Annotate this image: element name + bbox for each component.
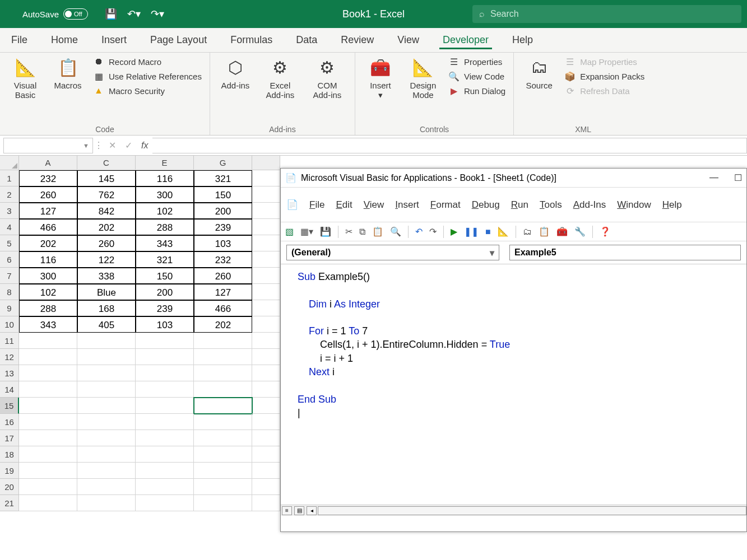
row-header[interactable]: 4 [0, 219, 19, 235]
tab-view[interactable]: View [394, 31, 423, 49]
cell[interactable]: 343 [136, 235, 194, 251]
cell[interactable]: 202 [19, 235, 77, 251]
vba-menu-format[interactable]: Format [430, 199, 461, 211]
properties-button[interactable]: ☰Properties [448, 56, 505, 67]
search-input[interactable] [490, 9, 735, 19]
form-icon[interactable]: ▦▾ [300, 226, 313, 237]
stop-icon[interactable]: ■ [485, 227, 491, 237]
cell[interactable] [19, 333, 77, 349]
fx-icon[interactable]: fx [141, 141, 148, 151]
row-header[interactable]: 7 [0, 268, 19, 284]
cell[interactable] [77, 495, 136, 511]
cell[interactable] [77, 398, 136, 414]
cell[interactable] [136, 349, 194, 365]
cell[interactable]: 762 [77, 186, 136, 203]
row-header[interactable]: 14 [0, 381, 19, 398]
insert-button[interactable]: 🧰Insert▾ [363, 56, 398, 100]
cell[interactable]: 202 [194, 316, 252, 333]
excel-addins-button[interactable]: ⚙Excel Add-ins [261, 56, 300, 100]
vba-menu-tools[interactable]: Tools [540, 199, 562, 211]
find-icon[interactable]: 🔍 [390, 226, 401, 237]
expansion-packs-button[interactable]: 📦Expansion Packs [564, 71, 644, 82]
design-icon[interactable]: 📐 [498, 226, 509, 237]
cell[interactable]: 232 [194, 251, 252, 268]
save-icon[interactable]: 💾 [105, 8, 117, 20]
minimize-icon[interactable]: — [709, 172, 718, 183]
com-addins-button[interactable]: ⚙COM Add-ins [308, 56, 347, 100]
scroll-left-icon[interactable]: ◂ [307, 506, 317, 515]
cell[interactable]: 405 [77, 316, 136, 333]
view-btn-1[interactable]: ≡ [282, 506, 292, 515]
redo-icon[interactable]: ↷▾ [151, 8, 164, 20]
cell[interactable]: 321 [194, 170, 252, 186]
vba-menu-view[interactable]: View [364, 199, 384, 211]
run-icon[interactable]: ▶ [451, 226, 457, 237]
cell[interactable] [252, 170, 280, 186]
cell[interactable]: 260 [19, 186, 77, 203]
cell[interactable]: 102 [19, 284, 77, 300]
cancel-icon[interactable]: ✕ [109, 140, 116, 151]
cell[interactable] [77, 381, 136, 398]
properties-icon[interactable]: 📋 [539, 226, 550, 237]
autosave-toggle[interactable]: AutoSave Off [22, 8, 88, 20]
cell[interactable] [194, 333, 252, 349]
tab-file[interactable]: File [8, 31, 31, 49]
cell[interactable]: 102 [136, 203, 194, 219]
tab-insert[interactable]: Insert [98, 31, 130, 49]
row-header[interactable]: 5 [0, 235, 19, 251]
cell[interactable]: 288 [19, 300, 77, 316]
redo-icon[interactable]: ↷ [429, 226, 437, 237]
cell[interactable] [19, 446, 77, 463]
cell[interactable] [77, 463, 136, 479]
cell[interactable]: 338 [77, 268, 136, 284]
cell[interactable] [136, 430, 194, 446]
cell[interactable] [252, 316, 280, 333]
cell[interactable]: 300 [136, 186, 194, 203]
run-dialog-button[interactable]: ▶Run Dialog [448, 85, 505, 96]
cell[interactable]: 466 [194, 300, 252, 316]
vba-menu-debug[interactable]: Debug [472, 199, 500, 211]
undo-icon[interactable]: ↶ [415, 226, 423, 237]
cell[interactable]: 260 [194, 268, 252, 284]
pause-icon[interactable]: ❚❚ [464, 226, 479, 237]
row-header[interactable]: 12 [0, 349, 19, 365]
row-header[interactable]: 17 [0, 430, 19, 446]
formula-input[interactable] [152, 138, 747, 153]
cell[interactable]: 116 [136, 170, 194, 186]
copy-icon[interactable]: ⧉ [359, 227, 365, 237]
view-btn-2[interactable]: ▤ [294, 506, 304, 515]
cell[interactable] [252, 300, 280, 316]
vba-menu-help[interactable]: Help [662, 199, 682, 211]
cell[interactable] [252, 365, 280, 381]
cell[interactable] [136, 463, 194, 479]
row-header[interactable]: 8 [0, 284, 19, 300]
cell[interactable] [194, 381, 252, 398]
col-header[interactable]: A [19, 156, 77, 170]
col-header[interactable]: C [77, 156, 136, 170]
maximize-icon[interactable]: ☐ [734, 172, 742, 183]
save-icon[interactable]: 💾 [320, 226, 331, 237]
select-all-corner[interactable] [0, 156, 19, 170]
map-properties-button[interactable]: ☰Map Properties [564, 56, 644, 67]
vba-scrollbar[interactable]: ≡ ▤ ◂ [281, 505, 746, 516]
project-icon[interactable]: 🗂 [523, 227, 532, 237]
cell[interactable] [77, 365, 136, 381]
cell[interactable]: 116 [19, 251, 77, 268]
cell[interactable]: 239 [136, 300, 194, 316]
vba-menu-run[interactable]: Run [511, 199, 528, 211]
cell[interactable]: 150 [136, 268, 194, 284]
source-button[interactable]: 🗂Source [522, 56, 556, 90]
col-header[interactable]: G [194, 156, 252, 170]
cell[interactable] [77, 349, 136, 365]
macros-button[interactable]: 📋 Macros [50, 56, 85, 90]
cell[interactable] [19, 430, 77, 446]
cell[interactable] [252, 479, 280, 495]
help-icon[interactable]: ❓ [600, 226, 611, 237]
tab-help[interactable]: Help [509, 31, 536, 49]
cell[interactable]: 260 [77, 235, 136, 251]
cell[interactable]: 103 [194, 235, 252, 251]
tab-home[interactable]: Home [48, 31, 81, 49]
cell[interactable] [194, 463, 252, 479]
cell[interactable]: 343 [19, 316, 77, 333]
cell[interactable] [252, 381, 280, 398]
